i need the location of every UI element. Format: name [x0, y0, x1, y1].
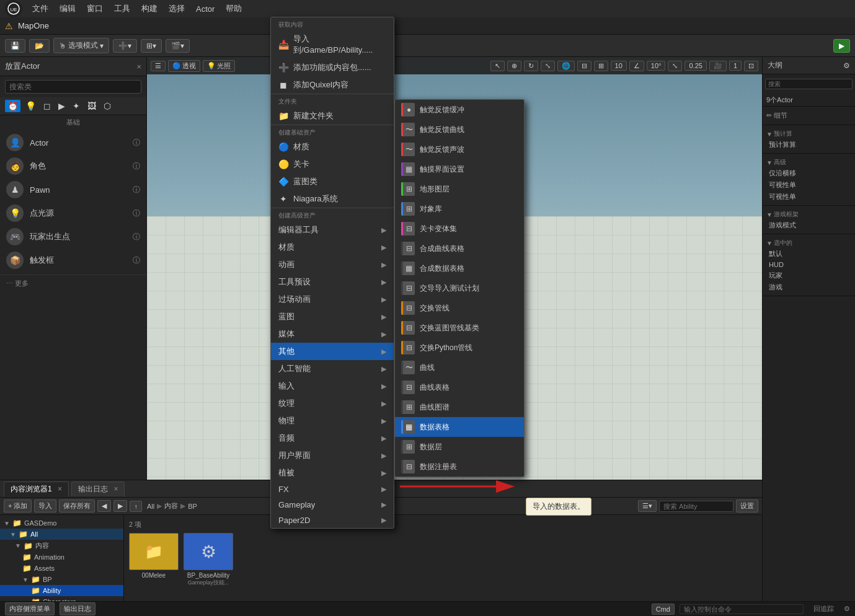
menu-add-feature[interactable]: ➕ 添加功能或内容包...... [271, 59, 394, 76]
menu-paper2d[interactable]: Paper2D ▶ [271, 513, 394, 528]
tree-root[interactable]: ▼ 📁 GASDemo [0, 517, 123, 529]
flyout-interchange-bp[interactable]: ⊟ 交换蓝图管线基类 [395, 318, 524, 338]
outliner-settings-icon[interactable]: ⚙ [843, 61, 850, 70]
actor-item-trigger[interactable]: 📦 触发框 ⓘ [0, 249, 146, 272]
flyout-interchange[interactable]: ⊟ 交换管线 [395, 298, 524, 318]
transform-button[interactable]: ↖ [490, 61, 505, 71]
grid-snap-button[interactable]: ⊞ [594, 61, 608, 71]
actor-item-pawn[interactable]: ♟ Pawn ⓘ [0, 178, 146, 201]
menu-help[interactable]: 帮助 [221, 2, 247, 15]
settings-button[interactable]: 设置 [736, 499, 758, 513]
actor-item-playerstart[interactable]: 🎮 玩家出生点 ⓘ [0, 225, 146, 249]
flyout-touch-ui[interactable]: ▦ 触摸界面设置 [395, 159, 524, 179]
menu-foliage[interactable]: 植被 ▶ [271, 464, 394, 482]
menu-new-folder[interactable]: 📁 新建文件夹 [271, 107, 394, 125]
save-all-button[interactable]: 保存所有 [59, 499, 95, 513]
detail-title[interactable]: ✏ 细节 [766, 109, 851, 122]
scale-snap-button[interactable]: ⤡ [668, 61, 682, 71]
flyout-curve-atlas[interactable]: ⊞ 曲线图谱 [395, 397, 524, 417]
menu-window[interactable]: 窗口 [82, 2, 108, 15]
output-log-button[interactable]: 输出日志 [60, 602, 95, 615]
tab-lights[interactable]: 💡 [23, 100, 38, 112]
menu-edit[interactable]: 编辑 [55, 2, 81, 15]
filter-button[interactable]: ☰▾ [638, 500, 657, 512]
tab-content-browser[interactable]: 内容浏览器1 × [4, 482, 69, 496]
menu-build[interactable]: 构建 [136, 2, 162, 15]
selected-title[interactable]: ▼ 选中的 [766, 237, 851, 248]
flyout-data-registry[interactable]: ⊟ 数据注册表 [395, 457, 524, 477]
menu-level[interactable]: 🟡 关卡 [271, 156, 394, 173]
tree-item-content[interactable]: ▼ 📁 内容 [0, 540, 123, 552]
nav-up-button[interactable]: ↑ [130, 501, 142, 512]
source-control-button[interactable]: 📂 [29, 39, 50, 53]
menu-blueprint-adv[interactable]: 蓝图 ▶ [271, 308, 394, 325]
info-icon-character[interactable]: ⓘ [133, 161, 140, 172]
menu-animation[interactable]: 动画 ▶ [271, 256, 394, 273]
menu-ai[interactable]: 人工智能 ▶ [271, 360, 394, 377]
menu-editor-tools[interactable]: 编辑器工具 ▶ [271, 221, 394, 239]
angle-snap-button[interactable]: ∠ [629, 61, 644, 71]
menu-tool-preset[interactable]: 工具预设 ▶ [271, 273, 394, 291]
breadcrumb-all[interactable]: All [147, 503, 154, 510]
flyout-level-variant[interactable]: ⊟ 关卡变体集 [395, 219, 524, 239]
save-button[interactable]: 💾 [5, 39, 25, 53]
content-side-menu-button[interactable]: 内容侧滑菜单 [5, 602, 55, 615]
actor-item-more[interactable]: ⋯ 更多 [0, 275, 146, 291]
tab-close-icon[interactable]: × [58, 485, 62, 493]
precompute-title[interactable]: ▼ 预计算 [766, 128, 851, 139]
tab-volumes[interactable]: ▶ [56, 100, 68, 112]
flyout-interchange-py[interactable]: ⊟ 交换Python管线 [395, 338, 524, 358]
nav-forward-button[interactable]: ▶ [113, 500, 127, 512]
menu-material-adv[interactable]: 材质 ▶ [271, 239, 394, 256]
tab-shapes[interactable]: ◻ [41, 100, 53, 112]
info-icon[interactable]: ⓘ [133, 138, 140, 148]
menu-blueprint[interactable]: 🔷 蓝图类 [271, 173, 394, 190]
settings-icon-status[interactable]: ⚙ [844, 605, 850, 613]
translate-button[interactable]: ⊕ [507, 61, 521, 71]
info-icon-light[interactable]: ⓘ [133, 208, 140, 219]
flyout-curve[interactable]: 〜 曲线 [395, 358, 524, 377]
flyout-composite-data[interactable]: ▦ 合成数据表格 [395, 258, 524, 278]
view-num-button[interactable]: 1 [729, 61, 742, 71]
menu-gameplay[interactable]: Gameplay ▶ [271, 497, 394, 513]
menu-select[interactable]: 选择 [164, 2, 190, 15]
camera-speed-button[interactable]: 🎬▾ [166, 39, 190, 53]
angle-value-button[interactable]: 10° [647, 61, 666, 71]
maximize-button[interactable]: ⊡ [744, 61, 758, 71]
flyout-haptic-wave[interactable]: 〜 触觉反馈声波 [395, 139, 524, 159]
grid-size-button[interactable]: 10 [611, 61, 627, 71]
flyout-object-lib[interactable]: ⊞ 对象库 [395, 199, 524, 219]
flyout-curve-table[interactable]: ⊟ 曲线表格 [395, 377, 524, 397]
flyout-composite-curve[interactable]: ⊟ 合成曲线表格 [395, 239, 524, 258]
world-local-button[interactable]: 🌐 [557, 61, 575, 71]
panel-close-icon[interactable]: × [136, 62, 141, 71]
info-icon-trigger[interactable]: ⓘ [133, 255, 140, 266]
flyout-haptic-buffer[interactable]: ● 触觉反馈缓冲 [395, 100, 524, 120]
tab-basic[interactable]: ⏰ [5, 100, 20, 112]
camera-view-button[interactable]: 🎥 [709, 61, 727, 71]
mode-selector[interactable]: 🖱 选项模式 ▾ [53, 38, 109, 53]
play-button[interactable]: ▶ [833, 39, 850, 53]
import-button[interactable]: 导入 [34, 499, 56, 513]
breadcrumb-content[interactable]: 内容 [164, 501, 178, 511]
menu-import[interactable]: 📥 导入到/Game/BP/Ability..... [271, 30, 394, 59]
viewport-menu-button[interactable]: ☰ [151, 61, 166, 71]
actor-item-character[interactable]: 🧑 角色 ⓘ [0, 154, 146, 178]
tree-item-assets[interactable]: 📁 Assets [0, 563, 123, 574]
menu-fx[interactable]: FX ▶ [271, 482, 394, 497]
flyout-import-test[interactable]: ⊟ 交导导入测试计划 [395, 278, 524, 298]
viewport-perspective-button[interactable]: 🔵 透视 [168, 60, 200, 72]
info-icon-pawn[interactable]: ⓘ [133, 185, 140, 195]
menu-physics[interactable]: 物理 ▶ [271, 412, 394, 429]
add-actor-button[interactable]: ➕▾ [113, 39, 137, 53]
rotate-button[interactable]: ↻ [524, 61, 538, 71]
menu-tools[interactable]: 工具 [109, 2, 135, 15]
actor-item-pointlight[interactable]: 💡 点光源 ⓘ [0, 201, 146, 225]
tree-item-all[interactable]: ▼ 📁 All [0, 529, 123, 540]
menu-input[interactable]: 输入 ▶ [271, 377, 394, 395]
add-button[interactable]: + 添加 [4, 499, 32, 513]
menu-other[interactable]: 其他 ▶ [271, 343, 394, 360]
menu-niagara[interactable]: ✦ Niagara系统 [271, 190, 394, 208]
tree-item-bp[interactable]: ▼ 📁 BP [0, 574, 123, 585]
nav-back-button[interactable]: ◀ [97, 500, 111, 512]
